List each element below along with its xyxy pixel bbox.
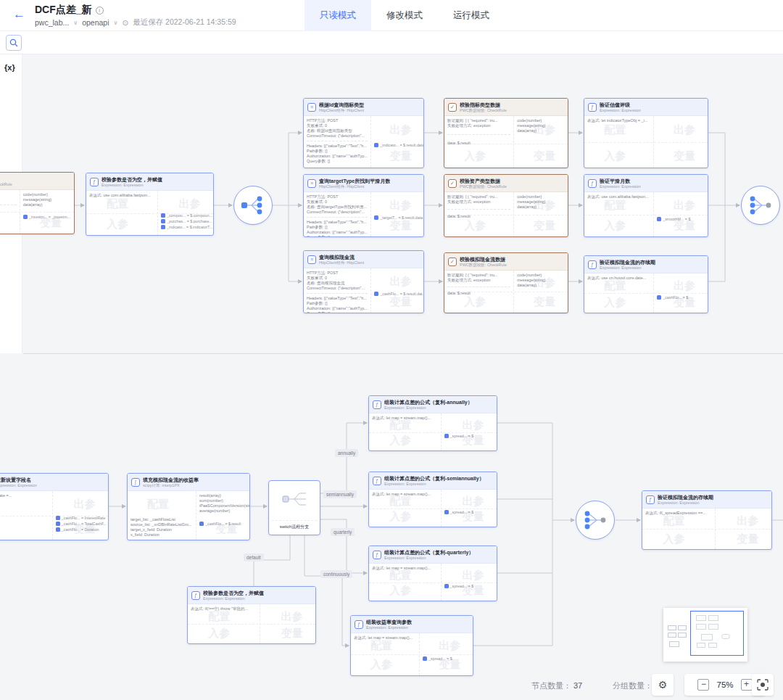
node-body: 配置出参入参变量 表达式: let indicatorTypeObj = _i.…: [584, 116, 708, 168]
tab-edit-mode[interactable]: 修改模式: [371, 0, 438, 31]
node-header: ƒ 组装计算点差的公式（复利-annually）Expression: Expr…: [369, 396, 497, 413]
config-text: 表达式: use com.alibaba.fastjson...: [89, 193, 154, 198]
config-column: 表达式: let map = stream.map()...: [369, 413, 441, 450]
tag-text: _cashFlo... = $.result.dat...: [380, 292, 423, 296]
node-query-indicator-type[interactable]: ≡ 根据Id查询指标类型HttpClient组件: HttpClient 出参变…: [303, 98, 424, 168]
variable-tags: _investm... = _investm...: [23, 215, 70, 221]
zoom-in-button[interactable]: +: [741, 679, 753, 691]
page-title-text: DCF点差_新: [35, 4, 92, 17]
tag-icon: [444, 510, 449, 514]
tag-icon: [161, 225, 165, 229]
tab-readonly-mode[interactable]: 只读模式: [304, 0, 371, 31]
node-header: ✓ 校验资产类型数据PWC数据校验: CheckRule: [444, 175, 568, 192]
node-header: ≡ 查询targetType所找到平滑月数HttpClient组件: HttpC…: [304, 175, 423, 192]
config-text: 表达式: if(_spreadExpression ==...: [645, 511, 712, 516]
variables-button[interactable]: {x}: [4, 63, 15, 72]
node-header: ≡ 根据Id查询指标类型HttpClient组件: HttpClient: [304, 99, 423, 116]
node-build-yield-query-params[interactable]: ƒ 组装收益率查询参数Expression: Expression 配置出参入参…: [350, 615, 473, 676]
workspace-select[interactable]: pwc_lab...: [35, 18, 69, 27]
join-node[interactable]: [741, 186, 780, 225]
tag-text: _targetT... = $.result.data: [380, 215, 423, 220]
edge-label-quarterly: quarterly: [331, 528, 355, 536]
node-header: ✓ 校验入参数据PWC数据校验: CheckRule: [0, 173, 74, 190]
node-body: 配置出参入参变量 表达式: let map = stream.map()... …: [351, 633, 473, 675]
output-fields: result(array) sum(number) iPaaSComponent…: [199, 493, 246, 514]
tag-icon: [657, 217, 661, 221]
fork-icon: [241, 194, 265, 216]
config-text: data: $.result: [0, 207, 17, 213]
node-title: 根据Id查询指标类型: [319, 102, 364, 108]
node-subtitle: Expression: Expression: [203, 596, 264, 601]
config-text: target_list: _cashFlowList source_list: …: [130, 517, 193, 538]
node-query-targettype-months[interactable]: ≡ 查询targetType所找到平滑月数HttpClient组件: HttpC…: [303, 174, 424, 237]
output-column: _spread... = $: [419, 633, 473, 675]
tag-icon: [374, 143, 378, 147]
node-verify-cashflow-duration-final[interactable]: ƒ 验证模拟现金流的存续期Expression: Expression 配置出参…: [642, 490, 772, 550]
config-text: 表达式: use com.alibaba.fastjson...: [587, 194, 650, 199]
dashed-divider: [447, 209, 510, 210]
node-formula-annually[interactable]: ƒ 组装计算点差的公式（复利-annually）Expression: Expr…: [368, 395, 497, 451]
service-select[interactable]: openapi: [82, 18, 109, 27]
fit-view-button[interactable]: [752, 674, 774, 696]
node-subtitle: Expression: Expression: [384, 405, 473, 411]
variable-tags: _spread... = $: [444, 434, 474, 440]
back-button[interactable]: ←: [13, 7, 25, 22]
join-node[interactable]: [576, 501, 615, 540]
config-column: 表达式: if(!==空) throw "审批的...: [188, 604, 260, 643]
node-query-sim-cashflow[interactable]: ≡ 查询模拟现金流HttpClient组件: HttpClient 出参变量 H…: [303, 250, 424, 313]
node-title: 校验参数是否为空，并赋值: [102, 176, 162, 183]
config-text: data: $.result: [447, 141, 510, 146]
variable-tag: _spread... = $: [444, 434, 474, 438]
search-button[interactable]: [6, 35, 22, 51]
node-verify-smooth-months[interactable]: ƒ 验证平滑月数Expression: Expression 配置出参入参变量 …: [584, 174, 708, 237]
node-check-input-partial[interactable]: ✓ 校验入参数据PWC数据校验: CheckRule 入参变量 验证规则: [ …: [0, 172, 75, 234]
flow-canvas[interactable]: {x}: [0, 54, 783, 700]
node-formula-semiannually[interactable]: ƒ 组装计算点差的公式（复利-semiannually）Expression: …: [368, 472, 497, 527]
expression-icon: ƒ: [191, 591, 200, 600]
page-title: DCF点差_新i: [35, 4, 104, 17]
node-check-asset-type-data[interactable]: ✓ 校验资产类型数据PWC数据校验: CheckRule 出参入参变量 验证规则…: [444, 174, 568, 237]
zoom-level: 75%: [716, 680, 733, 689]
node-verify-cashflow-duration[interactable]: ƒ 验证模拟现金流的存续期Expression: Expression 配置出参…: [584, 255, 708, 313]
node-check-indicator-type-data[interactable]: ✓ 校验指标类型数据PWC数据校验: CheckRule 出参入参变量 验证规则…: [444, 98, 568, 168]
node-subtitle: Expression: Expression: [600, 265, 655, 271]
config-text: 表达式: use cn.hutool.core.date...: [587, 276, 650, 281]
node-formula-quarterly[interactable]: ƒ 组装计算点差的公式（复利-quarterly）Expression: Exp…: [368, 545, 497, 601]
checkrule-icon: ✓: [448, 179, 457, 188]
config-column: 表达式: let map = stream.map()...: [351, 633, 419, 675]
tag-text: _cashFlo... = $: [663, 295, 688, 300]
node-subtitle: Expression: Expression: [600, 108, 641, 113]
node-switch-branch[interactable]: switch流程分支: [268, 480, 320, 535]
config-text: 验证规则: [ { "required": tru... 失败处理方式: exc…: [447, 194, 510, 205]
node-fill-cashflow-yield[interactable]: ∫ 填充模拟现金流的收益率scipy计算: interp1PX 配置变量 tar…: [127, 473, 250, 540]
node-verify-valuation-rating[interactable]: ƒ 验证估值评级Expression: Expression 配置出参入参变量 …: [584, 98, 708, 168]
node-check-params-default[interactable]: ƒ 校验参数是否为空，并赋值Expression: Expression 配置出…: [187, 586, 316, 644]
settings-button[interactable]: ⚙: [652, 674, 674, 696]
tag-icon: [56, 527, 60, 532]
expression-icon: ƒ: [90, 178, 99, 186]
variable-tags: _cashFlo... = $.result: [199, 522, 241, 527]
edge-label-continuously: continuously: [320, 570, 352, 578]
config-text: data: $.result: [447, 214, 510, 219]
fork-node[interactable]: [233, 186, 273, 225]
node-title: 填充模拟现金流的收益率: [143, 477, 199, 483]
info-icon[interactable]: i: [96, 7, 104, 15]
output-column: _cashFlo... = $: [653, 273, 708, 313]
tab-run-mode[interactable]: 运行模式: [438, 0, 505, 31]
tag-icon: [199, 522, 204, 526]
node-check-params-assign[interactable]: ƒ 校验参数是否为空，并赋值Expression: Expression 配置出…: [86, 173, 214, 236]
minimap-viewport[interactable]: [690, 611, 744, 656]
chevron-down-icon: ∨: [73, 20, 78, 26]
zoom-out-button[interactable]: −: [697, 679, 709, 691]
fit-view-icon: [757, 679, 768, 691]
config-column: HTTP方法: POST 失败重试: 0 名称: 查询targetType所找到…: [304, 192, 370, 236]
minimap[interactable]: [663, 608, 747, 662]
node-check-cashflow-data[interactable]: ✓ 校验模拟现金流数据PWC数据校验: CheckRule 出参入参变量 验证规…: [444, 252, 568, 313]
clock-icon: ⊙: [122, 18, 128, 27]
node-subtitle: Expression: Expression: [366, 625, 412, 630]
variable-tags: _smoothM... = $: [657, 217, 690, 223]
output-column: _indicato... = $.result.data: [370, 116, 423, 168]
node-title: 组装计算点差的公式（复利-semiannually）: [384, 475, 484, 482]
node-reset-field-names-partial[interactable]: ƒ 重新设置字段名Expression: Expression 出参变量 Int…: [0, 473, 109, 540]
output-column: _compou... = $.compoun... _purchas... = …: [157, 191, 213, 235]
